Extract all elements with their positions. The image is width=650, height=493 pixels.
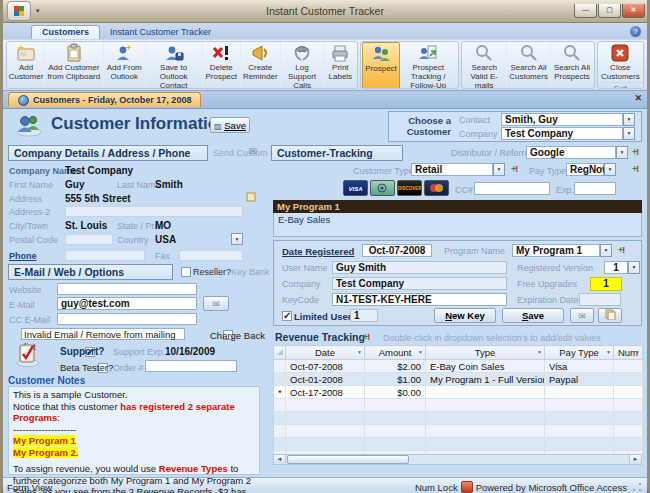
registered-version-combo[interactable]: 1 xyxy=(604,261,628,274)
create-reminder-button[interactable]: Create Reminder xyxy=(241,42,281,89)
cell-num[interactable] xyxy=(614,386,643,399)
column-dropdown-icon[interactable]: ▼ xyxy=(606,349,611,355)
cell-paytype[interactable]: Paypal xyxy=(545,373,614,386)
program-name-dropdown-icon[interactable]: ▼ xyxy=(600,244,612,257)
company-name-value[interactable]: Test Company xyxy=(65,165,133,176)
column-dropdown-icon[interactable]: ▼ xyxy=(418,349,423,355)
search-valid-emails-button[interactable]: Search Valid E-mails xyxy=(463,42,507,89)
keycode-input[interactable]: N1-TEST-KEY-HERE xyxy=(332,293,507,306)
maximize-button[interactable]: ▢ xyxy=(598,4,621,18)
column-dropdown-icon[interactable]: ▼ xyxy=(537,349,542,355)
cell-type[interactable] xyxy=(426,386,545,399)
phone-value[interactable] xyxy=(65,250,145,261)
close-customers-button[interactable]: Close Customers xyxy=(599,42,642,82)
pay-type-combo[interactable]: RegNow xyxy=(566,163,604,176)
edit-list-icon[interactable]: +! xyxy=(632,164,638,174)
limited-users-value[interactable]: 1 xyxy=(350,309,378,322)
cell-date[interactable]: Oct-17-2008 xyxy=(286,386,365,399)
fax-value[interactable] xyxy=(179,250,243,261)
cell-num[interactable] xyxy=(614,373,643,386)
support-exp-value[interactable]: 10/16/2009 xyxy=(165,346,215,357)
save-to-outlook-button[interactable]: Save to Outlook Contact xyxy=(146,42,203,89)
state-value[interactable]: MO xyxy=(155,220,171,231)
address2-value[interactable] xyxy=(65,206,243,217)
contact-combo[interactable]: Smith, Guy xyxy=(501,113,623,126)
email-key-button[interactable]: ✉ xyxy=(570,308,594,323)
cell-date[interactable]: Oct-07-2008 xyxy=(286,360,365,373)
select-all-cell[interactable] xyxy=(274,346,286,360)
first-name-value[interactable]: Guy xyxy=(65,179,84,190)
minimize-button[interactable]: — xyxy=(574,4,597,18)
customer-type-combo[interactable]: Retail xyxy=(411,163,493,176)
distributor-dropdown-icon[interactable]: ▼ xyxy=(616,146,628,159)
record-selector[interactable] xyxy=(274,373,286,386)
edit-list-icon[interactable]: +! xyxy=(632,147,638,157)
country-value[interactable]: USA xyxy=(155,234,176,245)
expiration-date-input[interactable] xyxy=(579,293,621,306)
country-dropdown-icon[interactable]: ▼ xyxy=(231,233,243,245)
copy-key-button[interactable] xyxy=(598,308,622,323)
search-all-customers-button[interactable]: Search All Customers xyxy=(507,42,551,89)
cell-num[interactable] xyxy=(614,360,643,373)
column-header-paytype[interactable]: Pay Type▼ xyxy=(545,346,614,360)
column-header-num[interactable]: Num▼ xyxy=(614,346,643,360)
program-company-input[interactable]: Test Company xyxy=(332,277,507,290)
company-combo[interactable]: Test Company xyxy=(501,127,623,140)
document-close-icon[interactable]: ✕ xyxy=(634,93,642,103)
record-selector[interactable] xyxy=(274,360,286,373)
tab-customers[interactable]: Customers xyxy=(31,25,100,39)
prospect-button[interactable]: Prospect xyxy=(362,42,400,89)
last-name-value[interactable]: Smith xyxy=(155,179,183,190)
scrollbar-thumb[interactable] xyxy=(287,455,409,464)
city-value[interactable]: St. Louis xyxy=(65,220,107,231)
document-tab-customers[interactable]: Customers - Friday, October 17, 2008 xyxy=(8,92,201,107)
delete-prospect-button[interactable]: Delete Prospect xyxy=(203,42,241,89)
program-list-selected[interactable]: My Program 1 xyxy=(273,200,642,213)
search-all-prospects-button[interactable]: Search All Prospects xyxy=(551,42,592,89)
column-header-type[interactable]: Type▼ xyxy=(426,346,545,360)
tab-instant-customer-tracker[interactable]: Instant Customer Tracker xyxy=(100,26,221,39)
reseller-checkbox[interactable] xyxy=(181,267,191,277)
limited-users-checkbox[interactable] xyxy=(282,311,292,321)
cell-date[interactable]: Oct-01-2008 xyxy=(286,373,365,386)
horizontal-scrollbar[interactable]: ◄ ► xyxy=(273,454,642,465)
cell-type[interactable]: E-Bay Coin Sales xyxy=(426,360,545,373)
help-icon[interactable]: ? xyxy=(630,26,641,37)
cell-paytype[interactable]: Visa xyxy=(545,360,614,373)
add-from-outlook-button[interactable]: + Add From Outlook xyxy=(104,42,146,89)
column-header-amount[interactable]: Amount▼ xyxy=(365,346,426,360)
close-button[interactable]: ✕ xyxy=(622,4,645,18)
cc-exp-input[interactable] xyxy=(574,182,616,195)
customer-type-dropdown-icon[interactable]: ▼ xyxy=(493,163,505,176)
add-customer-button[interactable]: ★ Add Customer xyxy=(8,42,45,89)
print-labels-button[interactable]: Print Labels xyxy=(324,42,356,89)
scroll-left-icon[interactable]: ◄ xyxy=(274,455,286,464)
edit-list-icon[interactable]: +! xyxy=(511,164,517,174)
distributor-combo[interactable]: Google xyxy=(526,146,616,159)
cell-amount[interactable]: $2.00 xyxy=(365,360,426,373)
new-record-icon[interactable]: * xyxy=(274,386,286,399)
cc-number-input[interactable] xyxy=(474,182,550,195)
user-name-input[interactable]: Guy Smith xyxy=(332,261,507,274)
column-dropdown-icon[interactable]: ▼ xyxy=(357,349,362,355)
column-header-date[interactable]: Date▼ xyxy=(286,346,365,360)
program-list-item[interactable]: E-Bay Sales xyxy=(273,213,642,237)
program-save-button[interactable]: Save xyxy=(502,308,564,323)
address-value[interactable]: 555 5th Street xyxy=(65,193,131,204)
postal-value[interactable] xyxy=(65,234,113,245)
cell-paytype[interactable] xyxy=(545,386,614,399)
free-upgrades-value[interactable]: 1 xyxy=(590,277,622,291)
website-input[interactable] xyxy=(57,283,197,295)
map-note-icon[interactable] xyxy=(246,191,257,204)
scroll-right-icon[interactable]: ► xyxy=(629,455,641,464)
customer-notes[interactable]: This is a sample Customer. Notice that t… xyxy=(8,386,260,475)
prospect-tracking-button[interactable]: Prospect Tracking / Follow-Up xyxy=(400,42,457,89)
new-key-button[interactable]: NNew Keyew Key xyxy=(434,308,496,323)
log-support-calls-button[interactable]: Log Support Calls xyxy=(281,42,325,89)
add-customer-from-clipboard-button[interactable]: Add Customer from Clipboard xyxy=(45,42,104,89)
date-registered-input[interactable]: Oct-07-2008 xyxy=(362,244,432,257)
resize-grip[interactable] xyxy=(631,481,643,493)
contact-dropdown-icon[interactable]: ▼ xyxy=(623,113,635,126)
cell-type[interactable]: My Program 1 - Full Version xyxy=(426,373,545,386)
send-email-button[interactable]: ✉ xyxy=(203,296,229,311)
